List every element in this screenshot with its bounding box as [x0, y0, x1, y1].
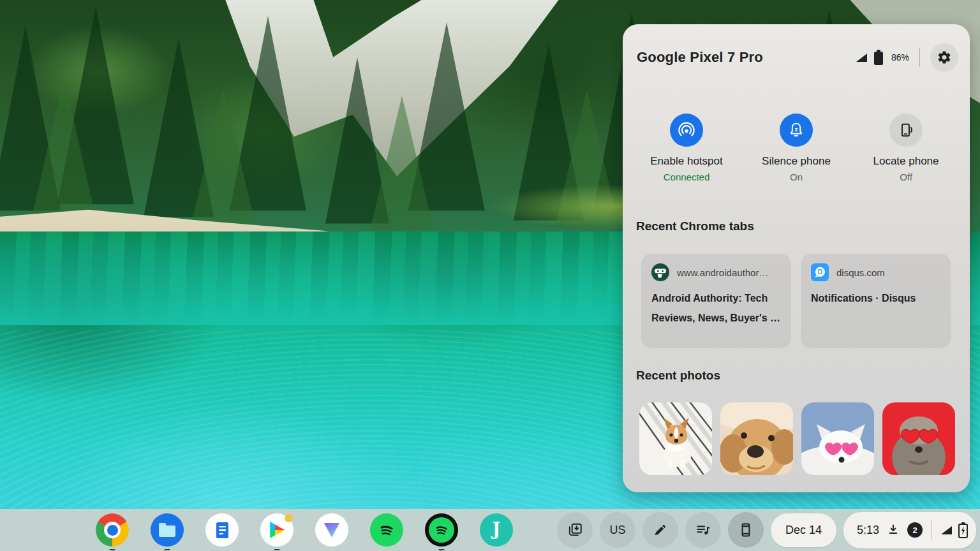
- recent-tabs-row: www.androidauthor… Android Authority: Te…: [641, 254, 951, 348]
- white-dog-pink-glasses-image: [801, 402, 874, 475]
- hotspot-status: Connected: [664, 172, 710, 182]
- phone-battery-percent: 86%: [891, 52, 909, 62]
- notification-count-badge: 2: [907, 522, 923, 538]
- download-icon: [886, 522, 901, 538]
- silence-bell-icon: z: [787, 121, 805, 139]
- svg-text:D: D: [818, 268, 823, 276]
- enable-hotspot-button[interactable]: Enable hotspot Connected: [632, 114, 741, 182]
- spotify-dark-icon: [425, 513, 458, 547]
- files-icon: [151, 513, 184, 547]
- google-docs-app-button[interactable]: [205, 513, 239, 547]
- media-controls-button[interactable]: [685, 512, 721, 548]
- corgi-puppy-image: [639, 402, 712, 475]
- phone-hub-header: Google Pixel 7 Pro 86%: [637, 42, 958, 73]
- silence-phone-button[interactable]: z Silence phone On: [741, 114, 851, 182]
- header-divider: [919, 48, 920, 67]
- pen-icon: [652, 522, 668, 538]
- disqus-favicon: D: [811, 263, 829, 281]
- locate-status: Off: [900, 172, 912, 182]
- status-area-button[interactable]: 5:13 2: [843, 512, 976, 548]
- proton-vpn-icon: [315, 513, 348, 547]
- phone-battery-icon: [874, 52, 883, 65]
- status-divider: [932, 520, 932, 540]
- phone-hub-settings-button[interactable]: [930, 43, 958, 71]
- running-indicator: [110, 549, 115, 551]
- chrome-icon: [96, 513, 129, 547]
- locate-phone-button[interactable]: Locate phone Off: [851, 114, 961, 182]
- holding-space-button[interactable]: [557, 512, 593, 548]
- spotify-app-button[interactable]: [370, 513, 403, 547]
- network-signal-icon: [941, 526, 952, 534]
- photo-corgi-puppy[interactable]: [639, 402, 712, 475]
- photo-shaggy-dog-red-glasses[interactable]: [882, 402, 955, 475]
- jotterpad-icon: J: [480, 513, 513, 547]
- device-name: Google Pixel 7 Pro: [637, 49, 763, 66]
- date-label: Dec 14: [785, 524, 822, 537]
- tab-url: disqus.com: [836, 267, 885, 278]
- shelf: J US: [0, 509, 980, 551]
- gear-icon: [937, 50, 952, 65]
- notification-dot: [285, 514, 293, 522]
- hotspot-icon: [678, 121, 695, 139]
- status-tray: US Dec 14 5:13: [557, 511, 976, 548]
- files-app-button[interactable]: [151, 513, 184, 547]
- google-docs-icon: [205, 513, 239, 547]
- tab-card-disqus[interactable]: D disqus.com Notifications · Disqus: [801, 254, 951, 348]
- smartphone-icon: [738, 522, 754, 538]
- clock: 5:13: [857, 524, 879, 537]
- shaggy-dog-red-glasses-image: [882, 402, 955, 475]
- quick-actions-row: Enable hotspot Connected z Silence phone…: [632, 114, 961, 182]
- play-store-app-button[interactable]: [260, 513, 293, 547]
- ime-keyboard-button[interactable]: US: [600, 512, 635, 548]
- media-playlist-icon: [695, 522, 711, 538]
- recent-photos-row: [639, 402, 955, 475]
- tab-url: www.androidauthor…: [677, 267, 768, 278]
- tab-title: Notifications · Disqus: [811, 288, 940, 308]
- battery-charging-icon: [958, 524, 968, 538]
- shelf-app-list: J: [96, 513, 513, 547]
- proton-vpn-app-button[interactable]: [315, 513, 348, 547]
- tab-title: Android Authority: Tech Reviews, News, B…: [651, 288, 781, 328]
- holding-space-icon: [567, 522, 583, 538]
- phone-hub-button[interactable]: [728, 512, 764, 548]
- running-indicator: [274, 549, 280, 551]
- running-indicator: [439, 549, 445, 551]
- spotify-icon: [370, 513, 403, 547]
- silence-status: On: [790, 172, 803, 182]
- recent-chrome-tabs-heading: Recent Chrome tabs: [636, 219, 754, 233]
- photo-golden-retriever[interactable]: [720, 402, 793, 475]
- phone-signal-icon: [856, 54, 867, 62]
- tab-card-android-authority[interactable]: www.androidauthor… Android Authority: Te…: [641, 254, 791, 348]
- photo-white-dog-pink-glasses[interactable]: [801, 402, 874, 475]
- golden-retriever-image: [720, 402, 793, 475]
- svg-text:z: z: [795, 126, 798, 133]
- locate-phone-icon: [897, 121, 915, 139]
- date-tray-button[interactable]: Dec 14: [771, 513, 836, 547]
- recent-photos-heading: Recent photos: [636, 369, 720, 383]
- phone-hub-panel: Google Pixel 7 Pro 86% Enable hotspot Co…: [623, 24, 970, 492]
- spotify-dark-app-button[interactable]: [425, 513, 458, 547]
- stylus-tools-button[interactable]: [642, 512, 678, 548]
- jotterpad-app-button[interactable]: J: [480, 513, 513, 547]
- running-indicator: [165, 549, 170, 551]
- android-authority-favicon: [651, 263, 669, 281]
- chrome-app-button[interactable]: [96, 513, 129, 547]
